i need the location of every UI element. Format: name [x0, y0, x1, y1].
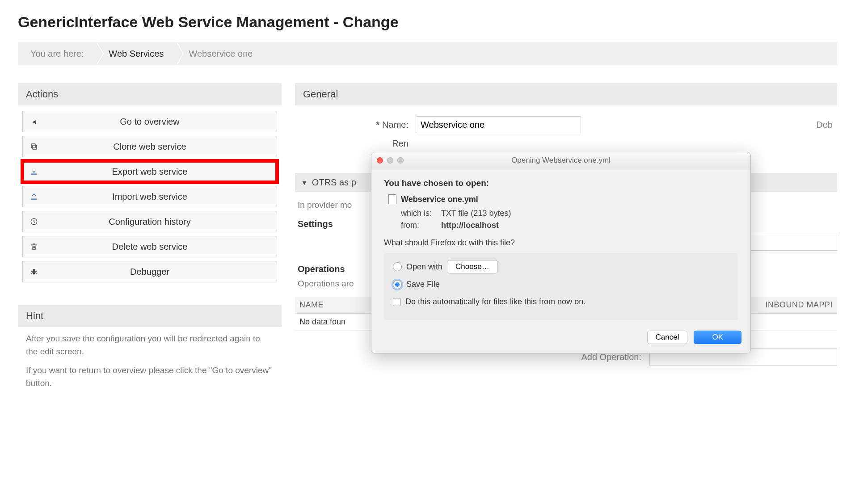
dialog-title: Opening Webservice one.yml [371, 156, 750, 165]
auto-checkbox-row[interactable]: Do this automatically for files like thi… [393, 297, 729, 307]
svg-rect-1 [31, 144, 35, 148]
which-is-label: which is: [401, 209, 439, 218]
save-file-label: Save File [406, 280, 440, 289]
svg-point-5 [32, 270, 36, 274]
action-label: Debugger [45, 267, 277, 277]
bug-icon [23, 268, 45, 276]
file-icon [388, 194, 396, 204]
dialog-titlebar[interactable]: Opening Webservice one.yml [371, 152, 750, 168]
chevron-down-icon: ▼ [301, 179, 307, 186]
open-with-label: Open with [406, 262, 442, 272]
choose-app-button[interactable]: Choose… [447, 260, 498, 273]
trash-icon [23, 243, 45, 251]
ok-button[interactable]: OK [694, 331, 741, 344]
hint-panel: Hint After you save the configuration yo… [18, 305, 282, 401]
provider-section-title: OTRS as p [312, 177, 356, 188]
clone-web-service-button[interactable]: Clone web service [22, 136, 277, 157]
from-label: from: [401, 221, 439, 230]
save-file-option[interactable]: Save File [393, 280, 729, 289]
dialog-heading: You have chosen to open: [384, 178, 738, 188]
download-icon [23, 168, 45, 176]
action-label: Delete web service [45, 242, 277, 252]
remote-label-partial: Ren [299, 139, 416, 149]
auto-label: Do this automatically for files like thi… [405, 297, 585, 307]
radio-icon[interactable] [393, 280, 402, 289]
page-title: GenericInterface Web Service Management … [18, 13, 837, 31]
general-panel: General *Name: Deb Ren [295, 83, 837, 160]
hint-paragraph: If you want to return to overview please… [26, 364, 274, 390]
download-dialog: Opening Webservice one.yml You have chos… [371, 152, 751, 353]
go-to-overview-button[interactable]: ◂ Go to overview [22, 111, 277, 132]
back-icon: ◂ [23, 117, 45, 126]
upload-icon [23, 193, 45, 201]
import-web-service-button[interactable]: Import web service [22, 186, 277, 207]
checkbox-icon[interactable] [393, 298, 401, 306]
actions-panel: Actions ◂ Go to overview Clone web servi… [18, 83, 282, 291]
hint-header: Hint [18, 305, 282, 327]
dialog-filename: Webservice one.yml [401, 195, 478, 204]
open-with-option[interactable]: Open with Choose… [393, 260, 729, 273]
dialog-question: What should Firefox do with this file? [384, 238, 738, 248]
svg-rect-0 [33, 145, 37, 149]
svg-rect-3 [31, 199, 37, 200]
action-label: Export web service [45, 167, 277, 177]
action-label: Configuration history [45, 217, 277, 227]
action-label: Import web service [45, 192, 277, 202]
debug-threshold-label-partial: Deb [816, 120, 833, 130]
delete-web-service-button[interactable]: Delete web service [22, 236, 277, 257]
breadcrumb-label: You are here: [18, 42, 96, 65]
name-input[interactable] [416, 116, 581, 133]
configuration-history-button[interactable]: Configuration history [22, 211, 277, 232]
actions-header: Actions [18, 83, 282, 105]
breadcrumb-web-services[interactable]: Web Services [96, 42, 176, 65]
radio-icon[interactable] [393, 262, 402, 271]
svg-rect-2 [31, 174, 37, 175]
from-value: http://localhost [441, 221, 499, 230]
breadcrumb: You are here: Web Services Webservice on… [18, 42, 837, 65]
breadcrumb-webservice-one[interactable]: Webservice one [176, 42, 265, 65]
general-header: General [295, 83, 837, 105]
which-is-value: TXT file (213 bytes) [441, 209, 511, 218]
action-label: Clone web service [45, 142, 277, 152]
export-web-service-button[interactable]: Export web service [22, 161, 277, 182]
clock-icon [23, 218, 45, 226]
cancel-button[interactable]: Cancel [647, 331, 688, 344]
action-label: Go to overview [45, 117, 277, 127]
hint-paragraph: After you save the configuration you wil… [26, 332, 274, 358]
name-label: *Name: [299, 120, 416, 130]
copy-icon [23, 143, 45, 151]
debugger-button[interactable]: Debugger [22, 261, 277, 282]
